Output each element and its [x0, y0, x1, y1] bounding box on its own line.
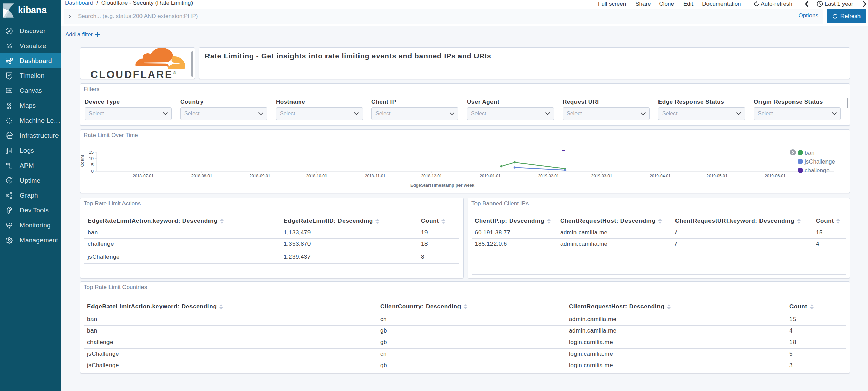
- svg-text:2019-02-01: 2019-02-01: [538, 174, 559, 178]
- svg-text:2018-12-01: 2018-12-01: [421, 174, 442, 178]
- svg-text:0: 0: [91, 169, 94, 174]
- svg-text:2018-08-01: 2018-08-01: [191, 174, 212, 178]
- svg-text:2019-06-01: 2019-06-01: [765, 174, 786, 178]
- svg-text:5: 5: [91, 163, 94, 167]
- svg-text:jsChallenge: jsChallenge: [804, 158, 835, 165]
- svg-text:ban: ban: [805, 150, 814, 156]
- svg-text:15: 15: [89, 150, 94, 155]
- svg-text:2018-09-01: 2018-09-01: [249, 174, 270, 178]
- svg-text:2019-05-01: 2019-05-01: [706, 174, 728, 178]
- svg-text:2018-07-01: 2018-07-01: [133, 174, 154, 178]
- svg-text:10: 10: [89, 156, 94, 161]
- svg-text:challenge: challenge: [805, 167, 830, 174]
- svg-text:2019-04-01: 2019-04-01: [650, 174, 671, 178]
- svg-text:2018-11-01: 2018-11-01: [365, 174, 386, 178]
- svg-text:2019-01-01: 2019-01-01: [480, 174, 501, 178]
- svg-text:2019-03-01: 2019-03-01: [591, 174, 612, 178]
- svg-text:Count: Count: [80, 155, 85, 167]
- svg-text:2018-10-01: 2018-10-01: [306, 174, 327, 178]
